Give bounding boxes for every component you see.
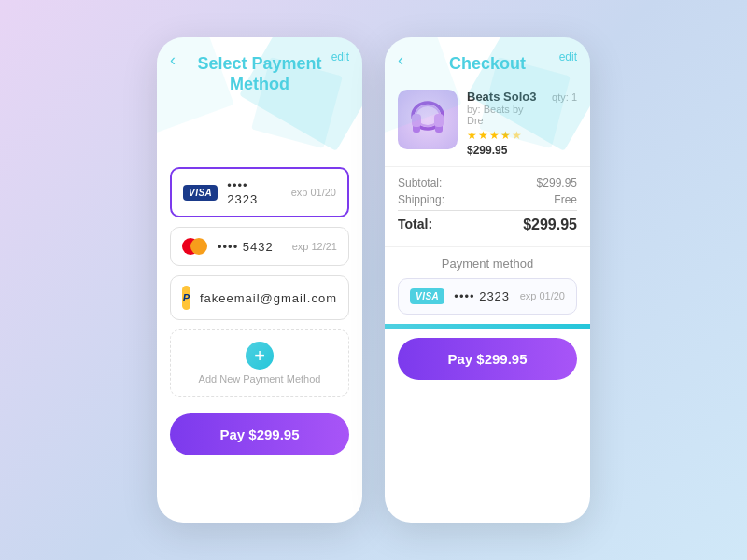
right-card-header: ‹ edit Checkout	[385, 37, 590, 80]
visa-dots: •••• 2323	[227, 178, 281, 206]
subtotal-row: Subtotal: $299.95	[398, 176, 577, 189]
checkout-card: ‹ edit Checkout Beats Solo3 by: Beats by…	[385, 37, 590, 523]
checkout-visa-badge: VISA	[410, 288, 444, 304]
mc-dots: •••• 5432	[218, 240, 283, 254]
mastercard-payment-item[interactable]: •••• 5432 exp 12/21	[170, 227, 349, 266]
pay-button-left[interactable]: Pay $299.95	[170, 413, 349, 455]
add-icon: +	[246, 342, 274, 370]
paypal-email: fakeemail@gmail.com	[200, 291, 337, 305]
back-arrow-right[interactable]: ‹	[398, 50, 403, 70]
checkout-visa-exp: exp 01/20	[520, 290, 565, 301]
checkout-title: Checkout	[400, 54, 575, 75]
subtotal-value: $299.95	[537, 176, 577, 189]
headphone-icon	[403, 95, 452, 144]
add-payment-item[interactable]: + Add New Payment Method	[170, 329, 349, 397]
visa-payment-item[interactable]: VISA •••• 2323 exp 01/20	[170, 167, 349, 217]
mc-exp: exp 12/21	[292, 241, 337, 252]
product-name: Beats Solo3	[467, 90, 543, 104]
product-price: $299.95	[467, 144, 543, 157]
add-payment-label: Add New Payment Method	[199, 373, 321, 385]
total-label: Total:	[398, 217, 432, 233]
product-section: Beats Solo3 by: Beats by Dre ★★★★★ $299.…	[385, 80, 590, 167]
edit-link-left[interactable]: edit	[331, 50, 349, 63]
mastercard-badge	[182, 237, 208, 256]
back-arrow-left[interactable]: ‹	[170, 50, 176, 70]
left-card-header: ‹ edit Select PaymentMethod	[157, 37, 362, 104]
paypal-badge: P	[182, 286, 190, 310]
shipping-row: Shipping: Free	[398, 193, 577, 206]
shipping-label: Shipping:	[398, 193, 444, 206]
payment-list: VISA •••• 2323 exp 01/20 •••• 5432 exp 1…	[157, 160, 362, 404]
visa-badge: VISA	[183, 185, 218, 201]
total-row: Total: $299.95	[398, 210, 577, 233]
checkout-visa-dots: •••• 2323	[454, 289, 510, 303]
subtotal-label: Subtotal:	[398, 176, 442, 189]
shipping-value: Free	[554, 193, 577, 206]
selected-payment-display[interactable]: VISA •••• 2323 exp 01/20	[398, 278, 577, 315]
product-image	[398, 90, 458, 149]
total-value: $299.95	[523, 217, 577, 233]
product-brand: by: Beats by Dre	[467, 104, 543, 126]
bottom-bar	[385, 324, 590, 329]
left-card-title: Select PaymentMethod	[172, 54, 347, 94]
product-stars: ★★★★★	[467, 129, 543, 142]
pay-button-right[interactable]: Pay $299.95	[398, 338, 577, 380]
edit-link-right[interactable]: edit	[559, 50, 577, 63]
visa-exp: exp 01/20	[291, 187, 336, 198]
qty-label: qty: 1	[552, 91, 577, 103]
payment-method-section: Payment method VISA •••• 2323 exp 01/20	[385, 247, 590, 324]
paypal-payment-item[interactable]: P fakeemail@gmail.com	[170, 275, 349, 320]
product-info: Beats Solo3 by: Beats by Dre ★★★★★ $299.…	[467, 90, 543, 157]
payment-method-title: Payment method	[398, 257, 577, 271]
order-summary: Subtotal: $299.95 Shipping: Free Total: …	[385, 167, 590, 247]
payment-method-card: ‹ edit Select PaymentMethod VISA •••• 23…	[157, 37, 362, 523]
